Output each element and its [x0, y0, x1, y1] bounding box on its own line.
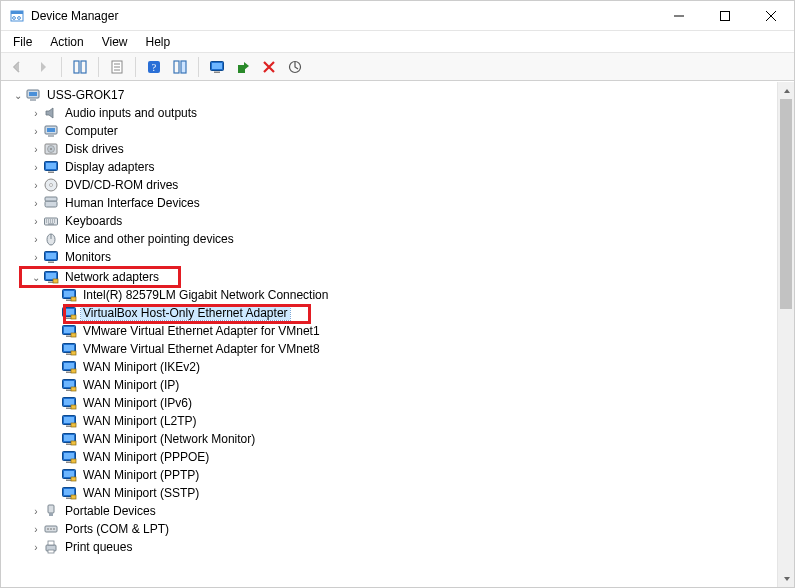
- disk-icon: [43, 141, 59, 157]
- chevron-right-icon[interactable]: ›: [29, 162, 43, 173]
- menubar: File Action View Help: [1, 31, 794, 53]
- scroll-down-icon[interactable]: [778, 570, 794, 587]
- tree-label: WAN Miniport (SSTP): [81, 486, 201, 500]
- tree-label: Network adapters: [63, 270, 161, 284]
- port-icon: [43, 521, 59, 537]
- tree-item-computer[interactable]: › Computer: [7, 122, 777, 140]
- chevron-right-icon[interactable]: ›: [29, 216, 43, 227]
- tree-item-net-vbox[interactable]: VirtualBox Host-Only Ethernet Adapter: [7, 304, 777, 322]
- separator-icon: [135, 57, 136, 77]
- tree-item-display[interactable]: › Display adapters: [7, 158, 777, 176]
- svg-rect-32: [721, 11, 730, 20]
- chevron-right-icon[interactable]: ›: [29, 252, 43, 263]
- tree-label: Intel(R) 82579LM Gigabit Network Connect…: [81, 288, 330, 302]
- tree-label: Human Interface Devices: [63, 196, 202, 210]
- menu-help[interactable]: Help: [138, 33, 179, 51]
- chevron-right-icon[interactable]: ›: [29, 198, 43, 209]
- vertical-scrollbar[interactable]: [777, 82, 794, 587]
- chevron-right-icon[interactable]: ›: [29, 144, 43, 155]
- monitor-icon: [43, 249, 59, 265]
- action-pane-button[interactable]: [168, 55, 192, 79]
- update-driver-button[interactable]: [205, 55, 229, 79]
- tree-item-keyboards[interactable]: › Keyboards: [7, 212, 777, 230]
- chevron-right-icon[interactable]: ›: [29, 234, 43, 245]
- chevron-down-icon[interactable]: ⌄: [29, 272, 43, 283]
- cd-icon: [43, 177, 59, 193]
- scroll-up-icon[interactable]: [778, 82, 794, 99]
- tree-label: Print queues: [63, 540, 134, 554]
- tree-item-monitors[interactable]: › Monitors: [7, 248, 777, 266]
- tree-item-net-wan[interactable]: WAN Miniport (PPPOE): [7, 448, 777, 466]
- menu-action[interactable]: Action: [42, 33, 91, 51]
- network-icon: [61, 431, 77, 447]
- tree-label: WAN Miniport (IKEv2): [81, 360, 202, 374]
- scroll-thumb[interactable]: [780, 99, 792, 309]
- chevron-right-icon[interactable]: ›: [29, 180, 43, 191]
- tree-item-net-intel[interactable]: Intel(R) 82579LM Gigabit Network Connect…: [7, 286, 777, 304]
- tree-item-net-wan[interactable]: WAN Miniport (IPv6): [7, 394, 777, 412]
- speaker-icon: [43, 105, 59, 121]
- tree-item-net-vm8[interactable]: VMware Virtual Ethernet Adapter for VMne…: [7, 340, 777, 358]
- chevron-right-icon[interactable]: ›: [29, 126, 43, 137]
- maximize-button[interactable]: [702, 1, 748, 31]
- chevron-down-icon[interactable]: ⌄: [11, 90, 25, 101]
- content-area: ⌄ USS-GROK17 › Audio inputs and outputs …: [1, 81, 794, 587]
- separator-icon: [98, 57, 99, 77]
- tree-item-portable[interactable]: › Portable Devices: [7, 502, 777, 520]
- network-icon: [61, 359, 77, 375]
- show-hide-console-button[interactable]: [68, 55, 92, 79]
- separator-icon: [61, 57, 62, 77]
- tree-item-mice[interactable]: › Mice and other pointing devices: [7, 230, 777, 248]
- chevron-right-icon[interactable]: ›: [29, 108, 43, 119]
- computer-icon: [25, 87, 41, 103]
- tree-item-net-wan[interactable]: WAN Miniport (IP): [7, 376, 777, 394]
- properties-button[interactable]: [105, 55, 129, 79]
- menu-view[interactable]: View: [94, 33, 136, 51]
- tree-item-dvd[interactable]: › DVD/CD-ROM drives: [7, 176, 777, 194]
- tree-item-ports[interactable]: › Ports (COM & LPT): [7, 520, 777, 538]
- chevron-right-icon[interactable]: ›: [29, 542, 43, 553]
- tree-item-net-wan[interactable]: WAN Miniport (IKEv2): [7, 358, 777, 376]
- tree-root[interactable]: ⌄ USS-GROK17: [7, 86, 777, 104]
- forward-button[interactable]: [31, 55, 55, 79]
- tree-label: Keyboards: [63, 214, 124, 228]
- tree-item-hid[interactable]: › Human Interface Devices: [7, 194, 777, 212]
- enable-device-button[interactable]: [231, 55, 255, 79]
- svg-rect-38: [174, 61, 179, 73]
- minimize-button[interactable]: [656, 1, 702, 31]
- tree-root-label: USS-GROK17: [45, 88, 126, 102]
- tree-item-net-vm1[interactable]: VMware Virtual Ethernet Adapter for VMne…: [7, 322, 777, 340]
- menu-file[interactable]: File: [5, 33, 40, 51]
- network-icon: [61, 395, 77, 411]
- uninstall-device-button[interactable]: [257, 55, 281, 79]
- tree-item-disk[interactable]: › Disk drives: [7, 140, 777, 158]
- tree-label: WAN Miniport (IP): [81, 378, 181, 392]
- tree-label-selected: VirtualBox Host-Only Ethernet Adapter: [81, 306, 290, 320]
- back-button[interactable]: [5, 55, 29, 79]
- mouse-icon: [43, 231, 59, 247]
- chevron-right-icon[interactable]: ›: [29, 524, 43, 535]
- keyboard-icon: [43, 213, 59, 229]
- tree-label: Disk drives: [63, 142, 126, 156]
- tree-item-net-wan[interactable]: WAN Miniport (Network Monitor): [7, 430, 777, 448]
- toolbar: ?: [1, 53, 794, 81]
- scan-hardware-button[interactable]: [283, 55, 307, 79]
- tree-item-printq[interactable]: › Print queues: [7, 538, 777, 556]
- chevron-right-icon[interactable]: ›: [29, 506, 43, 517]
- tree-item-net-wan[interactable]: WAN Miniport (SSTP): [7, 484, 777, 502]
- titlebar[interactable]: Device Manager: [1, 1, 794, 31]
- tree-item-audio[interactable]: › Audio inputs and outputs: [7, 104, 777, 122]
- network-icon: [43, 269, 59, 285]
- tree-item-network[interactable]: ⌄ Network adapters: [7, 268, 777, 286]
- tree-label: Computer: [63, 124, 120, 138]
- tree-item-net-wan[interactable]: WAN Miniport (PPTP): [7, 466, 777, 484]
- window-title: Device Manager: [31, 9, 656, 23]
- tree-label: Mice and other pointing devices: [63, 232, 236, 246]
- help-button[interactable]: ?: [142, 55, 166, 79]
- device-tree[interactable]: ⌄ USS-GROK17 › Audio inputs and outputs …: [1, 82, 777, 587]
- svg-rect-40: [238, 65, 245, 73]
- svg-text:?: ?: [152, 62, 157, 73]
- close-button[interactable]: [748, 1, 794, 31]
- tree-item-net-wan[interactable]: WAN Miniport (L2TP): [7, 412, 777, 430]
- tree-label: WAN Miniport (IPv6): [81, 396, 194, 410]
